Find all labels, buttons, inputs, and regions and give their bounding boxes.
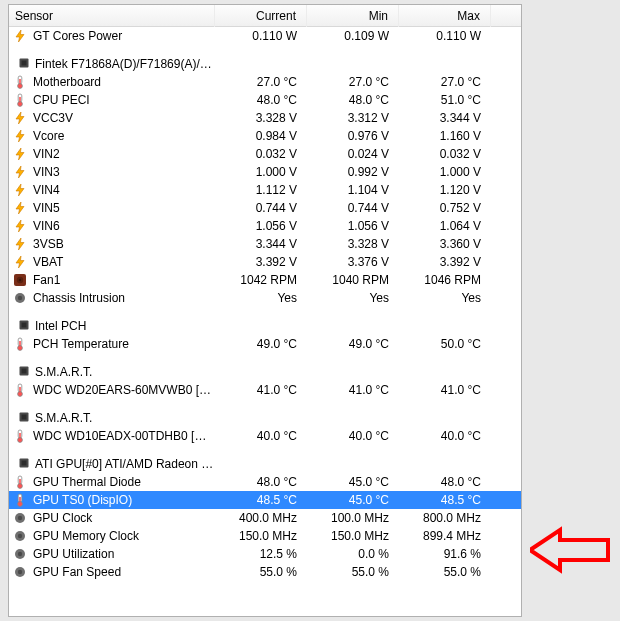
bolt-icon	[13, 129, 27, 143]
value-current: Yes	[215, 289, 307, 307]
group-label: ATI GPU[#0] ATI/AMD Radeon HD ...	[35, 457, 215, 471]
sensor-group[interactable]: Fintek F71868A(D)/F71869(A)/F718...	[9, 55, 521, 73]
therm-icon	[13, 475, 27, 489]
value-min: 55.0 %	[307, 563, 399, 581]
table-row[interactable]: WDC WD20EARS-60MVWB0 [WD-W...41.0 °C41.0…	[9, 381, 521, 399]
table-row[interactable]: Chassis IntrusionYesYesYes	[9, 289, 521, 307]
value-current: 48.5 °C	[215, 491, 307, 509]
value-max: 51.0 °C	[399, 91, 491, 109]
sensor-name: VCC3V	[33, 111, 73, 125]
sensor-name: GPU Clock	[33, 511, 92, 525]
callout-arrow-icon	[530, 526, 610, 574]
value-current: 3.392 V	[215, 253, 307, 271]
sensor-name: 3VSB	[33, 237, 64, 251]
value-min: 100.0 MHz	[307, 509, 399, 527]
dot-icon	[13, 565, 27, 579]
sensor-name: VIN6	[33, 219, 60, 233]
table-row[interactable]: VCC3V3.328 V3.312 V3.344 V	[9, 109, 521, 127]
value-current: 48.0 °C	[215, 473, 307, 491]
sensor-name: PCH Temperature	[33, 337, 129, 351]
value-min: 40.0 °C	[307, 427, 399, 445]
value-max: 40.0 °C	[399, 427, 491, 445]
bolt-icon	[13, 237, 27, 251]
value-min: 0.109 W	[307, 27, 399, 45]
table-row[interactable]: VIN41.112 V1.104 V1.120 V	[9, 181, 521, 199]
therm-icon	[13, 337, 27, 351]
table-row[interactable]: GPU Thermal Diode48.0 °C45.0 °C48.0 °C	[9, 473, 521, 491]
chip-icon	[17, 318, 31, 332]
table-body[interactable]: GT Cores Power0.110 W0.109 W0.110 WFinte…	[9, 27, 521, 616]
value-max: 0.752 V	[399, 199, 491, 217]
value-min: 1.104 V	[307, 181, 399, 199]
table-row[interactable]: GPU Fan Speed55.0 %55.0 %55.0 %	[9, 563, 521, 581]
value-max: 3.344 V	[399, 109, 491, 127]
chip-icon	[17, 56, 31, 70]
value-current: 1042 RPM	[215, 271, 307, 289]
table-row[interactable]: WDC WD10EADX-00TDHB0 [WD-W...40.0 °C40.0…	[9, 427, 521, 445]
svg-point-12	[18, 296, 22, 300]
value-current: 49.0 °C	[215, 335, 307, 353]
svg-point-35	[18, 502, 23, 507]
value-min: 41.0 °C	[307, 381, 399, 399]
sensor-group[interactable]: S.M.A.R.T.	[9, 409, 521, 427]
header-max[interactable]: Max	[399, 5, 491, 27]
table-row[interactable]: VIN61.056 V1.056 V1.064 V	[9, 217, 521, 235]
svg-point-17	[18, 346, 23, 351]
value-current: 55.0 %	[215, 563, 307, 581]
value-current: 27.0 °C	[215, 73, 307, 91]
bolt-icon	[13, 219, 27, 233]
sensor-group[interactable]: Intel PCH	[9, 317, 521, 335]
value-max: 48.0 °C	[399, 473, 491, 491]
sensor-name: GPU Memory Clock	[33, 529, 139, 543]
value-min: 48.0 °C	[307, 91, 399, 109]
value-min: 45.0 °C	[307, 473, 399, 491]
therm-icon	[13, 93, 27, 107]
value-max: 27.0 °C	[399, 73, 491, 91]
group-label: S.M.A.R.T.	[35, 365, 92, 379]
table-row[interactable]: Vcore0.984 V0.976 V1.160 V	[9, 127, 521, 145]
table-row[interactable]: Motherboard27.0 °C27.0 °C27.0 °C	[9, 73, 521, 91]
table-row[interactable]: GPU Utilization12.5 %0.0 %91.6 %	[9, 545, 521, 563]
sensor-group[interactable]: ATI GPU[#0] ATI/AMD Radeon HD ...	[9, 455, 521, 473]
table-row[interactable]: Fan11042 RPM1040 RPM1046 RPM	[9, 271, 521, 289]
table-row[interactable]: GT Cores Power0.110 W0.109 W0.110 W	[9, 27, 521, 45]
table-row[interactable]: VIN50.744 V0.744 V0.752 V	[9, 199, 521, 217]
table-row[interactable]: GPU Clock400.0 MHz100.0 MHz800.0 MHz	[9, 509, 521, 527]
fan-icon	[13, 273, 27, 287]
table-row[interactable]: VBAT3.392 V3.376 V3.392 V	[9, 253, 521, 271]
value-max: 0.110 W	[399, 27, 491, 45]
sensor-name: GPU Utilization	[33, 547, 114, 561]
table-row[interactable]: PCH Temperature49.0 °C49.0 °C50.0 °C	[9, 335, 521, 353]
svg-point-22	[18, 392, 23, 397]
sensor-name: WDC WD20EARS-60MVWB0 [WD-W...	[33, 383, 215, 397]
table-row[interactable]: VIN31.000 V0.992 V1.000 V	[9, 163, 521, 181]
svg-point-32	[18, 484, 23, 489]
dot-icon	[13, 529, 27, 543]
header-min[interactable]: Min	[307, 5, 399, 27]
table-row[interactable]: CPU PECI48.0 °C48.0 °C51.0 °C	[9, 91, 521, 109]
bolt-icon	[13, 147, 27, 161]
value-current: 0.110 W	[215, 27, 307, 45]
value-min: 1040 RPM	[307, 271, 399, 289]
table-row[interactable]: 3VSB3.344 V3.328 V3.360 V	[9, 235, 521, 253]
sensor-name: VIN4	[33, 183, 60, 197]
value-min: 0.976 V	[307, 127, 399, 145]
sensor-group[interactable]: S.M.A.R.T.	[9, 363, 521, 381]
sensor-name: GPU TS0 (DispIO)	[33, 493, 132, 507]
value-max: 55.0 %	[399, 563, 491, 581]
bolt-icon	[13, 183, 27, 197]
table-row[interactable]: VIN20.032 V0.024 V0.032 V	[9, 145, 521, 163]
sensor-name: Fan1	[33, 273, 60, 287]
value-current: 0.744 V	[215, 199, 307, 217]
svg-point-4	[18, 84, 23, 89]
value-min: 3.376 V	[307, 253, 399, 271]
table-row[interactable]: GPU Memory Clock150.0 MHz150.0 MHz899.4 …	[9, 527, 521, 545]
header-sensor[interactable]: Sensor	[9, 5, 215, 27]
value-min: 0.024 V	[307, 145, 399, 163]
bolt-icon	[13, 165, 27, 179]
header-current[interactable]: Current	[215, 5, 307, 27]
svg-rect-14	[22, 323, 27, 328]
value-min: 45.0 °C	[307, 491, 399, 509]
value-min: 0.0 %	[307, 545, 399, 563]
table-row[interactable]: GPU TS0 (DispIO)48.5 °C45.0 °C48.5 °C	[9, 491, 521, 509]
